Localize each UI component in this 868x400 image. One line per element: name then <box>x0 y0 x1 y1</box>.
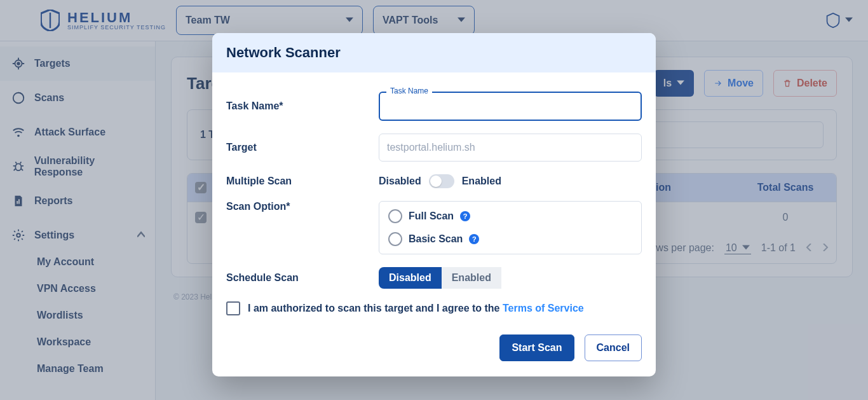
target-field[interactable]: testportal.helium.sh <box>379 134 642 162</box>
multiple-enabled-label: Enabled <box>462 176 501 187</box>
scan-option-basic[interactable]: Basic Scan ? <box>388 232 632 246</box>
radio-icon <box>388 232 402 246</box>
terms-link[interactable]: Terms of Service <box>503 303 584 314</box>
multiple-scan-label: Multiple Scan <box>226 176 366 187</box>
schedule-enabled[interactable]: Enabled <box>442 267 501 289</box>
scan-option-label: Scan Option* <box>226 201 366 212</box>
modal-title: Network Scanner <box>212 33 656 72</box>
task-name-legend: Task Name <box>386 86 432 95</box>
modal-overlay[interactable]: Network Scanner Task Name* Task Name Tar… <box>0 0 868 400</box>
scan-option-full[interactable]: Full Scan ? <box>388 209 632 223</box>
network-scanner-modal: Network Scanner Task Name* Task Name Tar… <box>212 33 656 376</box>
help-icon[interactable]: ? <box>460 211 470 221</box>
radio-icon <box>388 209 402 223</box>
start-scan-button[interactable]: Start Scan <box>499 334 574 361</box>
multiple-disabled-label: Disabled <box>379 176 421 187</box>
task-name-label: Task Name* <box>226 100 366 112</box>
consent-checkbox[interactable] <box>226 301 240 315</box>
cancel-button[interactable]: Cancel <box>585 334 642 361</box>
target-placeholder: testportal.helium.sh <box>387 142 475 153</box>
task-name-input[interactable] <box>388 100 633 112</box>
target-label: Target <box>226 142 366 153</box>
schedule-toggle[interactable]: Disabled Enabled <box>379 267 642 289</box>
consent-text: I am authorized to scan this target and … <box>248 303 584 314</box>
scan-option-group: Full Scan ? Basic Scan ? <box>379 201 642 254</box>
schedule-disabled[interactable]: Disabled <box>379 267 442 289</box>
multiple-scan-toggle[interactable] <box>429 174 454 188</box>
task-name-field[interactable]: Task Name <box>379 92 642 121</box>
schedule-label: Schedule Scan <box>226 272 366 284</box>
help-icon[interactable]: ? <box>469 234 479 244</box>
